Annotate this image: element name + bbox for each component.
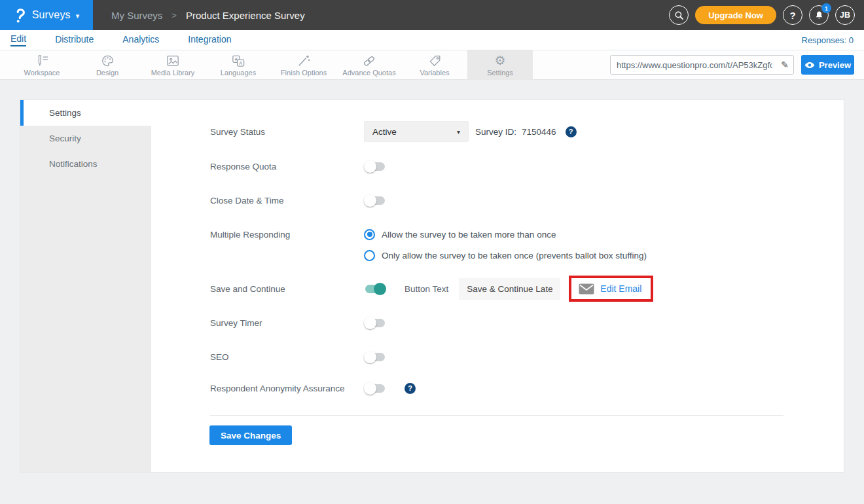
survey-status-select[interactable]: Active ▾ bbox=[364, 121, 469, 142]
respondent-anonymity-toggle[interactable] bbox=[364, 382, 386, 395]
radio-button[interactable] bbox=[364, 229, 375, 240]
tab-edit[interactable]: Edit bbox=[10, 33, 26, 46]
toolbar-item-settings[interactable]: ⚙ Settings bbox=[467, 50, 533, 80]
preview-label: Preview bbox=[819, 60, 851, 70]
multiple-responding-label: Multiple Responding bbox=[210, 230, 364, 240]
toolbar-item-media-library[interactable]: Media Library bbox=[140, 50, 206, 80]
gear-icon: ⚙ bbox=[494, 54, 505, 67]
notification-badge: 1 bbox=[821, 3, 831, 13]
radio-button[interactable] bbox=[364, 250, 375, 261]
survey-timer-label: Survey Timer bbox=[210, 318, 364, 328]
toolbar-item-advance-quotas[interactable]: Advance Quotas bbox=[336, 50, 402, 80]
toolbar-item-label: Design bbox=[96, 69, 118, 77]
toolbar-item-finish-options[interactable]: Finish Options bbox=[271, 50, 336, 80]
sidebar-item-notifications[interactable]: Notifications bbox=[20, 151, 151, 177]
question-mark-icon: ? bbox=[789, 10, 795, 21]
survey-nav: Edit Distribute Analytics Integration Re… bbox=[0, 30, 864, 50]
svg-text:A: A bbox=[239, 60, 242, 65]
toolbar-item-label: Variables bbox=[420, 69, 449, 77]
sidebar-item-security[interactable]: Security bbox=[20, 126, 151, 151]
product-label: Surveys bbox=[32, 9, 71, 21]
design-palette-icon bbox=[101, 54, 115, 67]
toolbar-item-label: Finish Options bbox=[281, 69, 327, 77]
notifications-button[interactable]: 1 bbox=[809, 5, 829, 25]
preview-button[interactable]: Preview bbox=[801, 55, 854, 75]
survey-id-help-icon[interactable]: ? bbox=[566, 126, 577, 137]
search-icon bbox=[674, 10, 684, 20]
breadcrumb-separator: > bbox=[171, 10, 177, 20]
toolbar-item-label: Media Library bbox=[151, 69, 195, 77]
avatar-initials: JB bbox=[840, 10, 850, 20]
save-changes-button[interactable]: Save Changes bbox=[209, 425, 292, 445]
seo-row: SEO bbox=[210, 346, 804, 367]
button-text-label: Button Text bbox=[405, 284, 448, 294]
survey-timer-row: Survey Timer bbox=[210, 312, 804, 333]
survey-status-row: Survey Status Active ▾ Survey ID: 715044… bbox=[210, 121, 804, 142]
toolbar-item-variables[interactable]: Variables bbox=[402, 50, 467, 80]
annotation-highlight-box: Edit Email bbox=[569, 276, 653, 302]
avatar[interactable]: JB bbox=[835, 5, 855, 25]
magic-wand-icon bbox=[297, 54, 311, 67]
respondent-anonymity-label: Respondent Anonymity Assurance bbox=[210, 384, 364, 393]
tab-integration[interactable]: Integration bbox=[188, 34, 231, 46]
product-switcher[interactable]: Surveys ▾ bbox=[0, 0, 93, 30]
response-quota-row: Response Quota bbox=[210, 156, 804, 177]
breadcrumb-current: Product Experience Survey bbox=[186, 10, 305, 21]
radio-option-multiple[interactable]: Allow the survey to be taken more than o… bbox=[364, 229, 556, 240]
radio-option-label: Only allow the survey to be taken once (… bbox=[382, 251, 647, 261]
breadcrumb: My Surveys > Product Experience Survey bbox=[111, 10, 305, 21]
save-and-continue-label: Save and Continue bbox=[210, 284, 364, 294]
search-button[interactable] bbox=[669, 5, 689, 25]
breadcrumb-parent[interactable]: My Surveys bbox=[111, 10, 162, 21]
seo-toggle[interactable] bbox=[364, 350, 386, 363]
radio-option-label: Allow the survey to be taken more than o… bbox=[382, 230, 556, 240]
toolbar-item-label: Languages bbox=[221, 69, 256, 77]
seo-label: SEO bbox=[210, 352, 364, 362]
top-header: Surveys ▾ My Surveys > Product Experienc… bbox=[0, 0, 864, 30]
settings-card: Settings Security Notifications Survey S… bbox=[20, 99, 844, 473]
edit-toolbar: Workspace Design Media Library bbox=[0, 50, 864, 80]
help-button[interactable]: ? bbox=[783, 5, 802, 25]
anonymity-help-icon[interactable]: ? bbox=[405, 383, 416, 394]
toolbar-item-label: Settings bbox=[487, 69, 513, 77]
edit-email-label: Edit Email bbox=[600, 283, 641, 294]
response-quota-label: Response Quota bbox=[210, 162, 364, 171]
upgrade-now-button[interactable]: Upgrade Now bbox=[695, 6, 776, 24]
toolbar-item-workspace[interactable]: Workspace bbox=[9, 50, 75, 80]
sidebar-item-settings[interactable]: Settings bbox=[20, 100, 151, 126]
toolbar-item-languages[interactable]: ★ A Languages bbox=[206, 50, 271, 80]
tab-distribute[interactable]: Distribute bbox=[55, 34, 94, 46]
section-divider bbox=[210, 415, 783, 416]
envelope-icon bbox=[579, 283, 594, 295]
toolbar-items: Workspace Design Media Library bbox=[9, 50, 533, 80]
multiple-responding-row-2: Only allow the survey to be taken once (… bbox=[210, 245, 804, 266]
close-date-row: Close Date & Time bbox=[210, 190, 804, 211]
button-text-input[interactable] bbox=[459, 278, 560, 300]
toolbar-item-design[interactable]: Design bbox=[75, 50, 140, 80]
save-and-continue-toggle[interactable] bbox=[364, 282, 386, 295]
survey-url-input[interactable] bbox=[611, 60, 776, 70]
responses-count[interactable]: Responses: 0 bbox=[802, 35, 854, 45]
tab-analytics[interactable]: Analytics bbox=[122, 34, 159, 46]
survey-timer-toggle[interactable] bbox=[364, 316, 386, 329]
close-date-label: Close Date & Time bbox=[210, 196, 364, 206]
toolbar-item-label: Workspace bbox=[24, 69, 60, 77]
questionpro-logo-icon bbox=[14, 7, 27, 24]
radio-option-once[interactable]: Only allow the survey to be taken once (… bbox=[364, 250, 647, 261]
close-date-toggle[interactable] bbox=[364, 194, 386, 207]
chain-link-icon bbox=[362, 54, 376, 67]
chevron-down-icon: ▾ bbox=[76, 12, 80, 20]
languages-icon: ★ A bbox=[231, 54, 245, 67]
edit-url-icon[interactable]: ✎ bbox=[776, 60, 793, 70]
app-root: Surveys ▾ My Surveys > Product Experienc… bbox=[0, 0, 864, 504]
page-body: Settings Security Notifications Survey S… bbox=[0, 80, 864, 504]
response-quota-toggle[interactable] bbox=[364, 160, 386, 173]
settings-sidebar: Settings Security Notifications bbox=[20, 100, 151, 472]
workspace-icon bbox=[35, 54, 49, 67]
chevron-down-icon: ▾ bbox=[457, 128, 460, 135]
edit-email-link[interactable]: Edit Email bbox=[579, 283, 641, 295]
survey-url-box: ✎ bbox=[610, 55, 794, 75]
toolbar-item-label: Advance Quotas bbox=[342, 69, 395, 77]
survey-status-label: Survey Status bbox=[210, 127, 364, 137]
sidebar-item-label: Security bbox=[49, 134, 81, 143]
